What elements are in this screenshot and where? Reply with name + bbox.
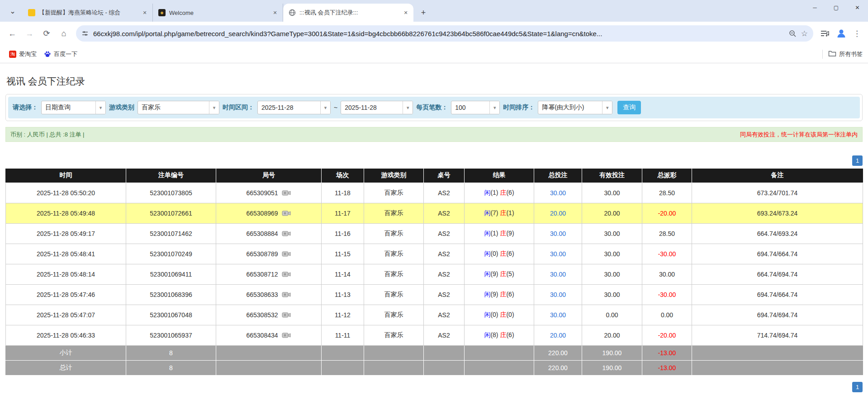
total-bet-link[interactable]: 30.00: [534, 284, 582, 305]
player-result: 闲: [484, 331, 490, 338]
taobao-icon: 淘: [9, 51, 16, 58]
chevron-down-icon: ▾: [602, 101, 612, 114]
note-warning-text: 同局有效投注，统一计算在该局第一张注单内: [740, 131, 858, 139]
total-bet-link[interactable]: 20.00: [534, 203, 582, 223]
video-camera-icon[interactable]: [282, 210, 291, 217]
cell-table-no: AS2: [424, 305, 465, 325]
browser-menu-icon[interactable]: ⋮: [853, 29, 861, 38]
chevron-down-icon: ⌄: [9, 7, 15, 15]
baidu-paw-icon: [44, 51, 51, 58]
reload-button[interactable]: ⟳: [39, 26, 54, 41]
tab-forum[interactable]: 【新提醒】海燕策略论坛 - 综合 ✕: [23, 4, 153, 22]
cell-result: 闲(1) 庄(6): [465, 183, 534, 203]
address-bar[interactable]: 66cxkj98.com/ipl/portal.php/game/betreco…: [76, 25, 813, 42]
video-camera-icon[interactable]: [282, 332, 291, 339]
page-title: 视讯 会员下注纪录: [6, 75, 863, 88]
minimize-button[interactable]: ─: [804, 0, 825, 15]
video-camera-icon[interactable]: [282, 291, 291, 298]
new-tab-button[interactable]: +: [417, 6, 430, 19]
total-bet-link[interactable]: 30.00: [534, 244, 582, 264]
date-to-select[interactable]: 2025-11-28 ▾: [341, 101, 413, 114]
date-from-value: 2025-11-28: [258, 101, 320, 114]
cell-bet-no: 523001072661: [126, 203, 216, 223]
bookmark-baidu[interactable]: 百度一下: [40, 48, 81, 60]
back-button[interactable]: ←: [5, 26, 20, 41]
total-bet-link[interactable]: 30.00: [534, 183, 582, 203]
sort-value: 降幂(由大到小): [538, 101, 602, 114]
total-bet-link[interactable]: 30.00: [534, 264, 582, 284]
video-camera-icon[interactable]: [282, 250, 291, 258]
page-number-button[interactable]: 1: [852, 155, 863, 166]
cell-game-type: 百家乐: [364, 264, 424, 284]
round-no-text: 665308789: [246, 250, 278, 258]
total-bet-link[interactable]: 30.00: [534, 305, 582, 325]
subtotal-payout: -13.00: [642, 345, 692, 360]
cell-valid-bet: 30.00: [582, 264, 642, 284]
total-payout: -13.00: [642, 360, 692, 375]
forum-favicon-icon: [28, 9, 35, 16]
bookmark-star-icon[interactable]: ☆: [801, 29, 808, 38]
toolbar-right-icons: ⋮: [818, 28, 863, 39]
date-from-select[interactable]: 2025-11-28 ▾: [257, 101, 331, 114]
per-page-select[interactable]: 100 ▾: [451, 101, 500, 114]
close-icon[interactable]: ✕: [141, 9, 149, 17]
table-row: 2025-11-28 05:47:07 523001067048 6653085…: [6, 305, 863, 325]
per-page-value: 100: [451, 101, 489, 114]
cell-time: 2025-11-28 05:50:20: [6, 183, 126, 203]
query-button[interactable]: 查询: [617, 101, 641, 114]
profile-avatar[interactable]: [836, 28, 847, 39]
cell-time: 2025-11-28 05:48:41: [6, 244, 126, 264]
url-text[interactable]: 66cxkj98.com/ipl/portal.php/game/betreco…: [93, 30, 784, 38]
cell-round-no: 665308532: [216, 305, 322, 325]
bookmark-taobao[interactable]: 淘 爱淘宝: [5, 48, 40, 60]
banker-result: 庄: [500, 331, 506, 338]
cell-valid-bet: 30.00: [582, 223, 642, 244]
table-row: 2025-11-28 05:47:46 523001068396 6653086…: [6, 284, 863, 305]
video-camera-icon[interactable]: [282, 271, 291, 278]
media-controls-icon[interactable]: [821, 30, 830, 37]
cell-note: 714.74/694.74: [692, 325, 863, 345]
cell-bet-no: 523001067048: [126, 305, 216, 325]
cell-note: 673.24/701.74: [692, 183, 863, 203]
player-result: 闲: [484, 250, 490, 257]
maximize-button[interactable]: ▢: [825, 0, 847, 15]
game-type-select[interactable]: 百家乐 ▾: [138, 101, 219, 114]
cell-result: 闲(0) 庄(0): [465, 305, 534, 325]
query-type-select[interactable]: 日期查询 ▾: [41, 101, 106, 114]
forward-button[interactable]: →: [22, 26, 37, 41]
video-camera-icon[interactable]: [282, 311, 291, 319]
query-type-value: 日期查询: [42, 101, 95, 114]
player-result: 闲: [484, 311, 490, 318]
close-icon[interactable]: ✕: [271, 9, 279, 17]
cell-session: 11-18: [322, 183, 364, 203]
tab-search-button[interactable]: ⌄: [4, 2, 22, 20]
bookmark-label: 爱淘宝: [19, 50, 37, 58]
cell-payout: -20.00: [642, 203, 692, 223]
sort-select[interactable]: 降幂(由大到小) ▾: [538, 101, 612, 114]
all-bookmarks-button[interactable]: 所有书签: [828, 50, 863, 58]
cell-time: 2025-11-28 05:47:46: [6, 284, 126, 305]
zoom-out-icon[interactable]: [789, 30, 797, 38]
tab-title: :::视讯 会员下注纪录:::: [299, 9, 398, 17]
cell-game-type: 百家乐: [364, 244, 424, 264]
page-number-button[interactable]: 1: [852, 382, 863, 392]
tab-bet-record[interactable]: :::视讯 会员下注纪录::: ✕: [283, 4, 413, 22]
close-icon[interactable]: ✕: [402, 9, 410, 17]
cell-bet-no: 523001069411: [126, 264, 216, 284]
window-close-button[interactable]: ✕: [847, 0, 868, 15]
subtotal-row: 小计 8 220.00 190.00 -13.00: [6, 345, 863, 360]
video-camera-icon[interactable]: [282, 189, 291, 197]
total-bet-link[interactable]: 20.00: [534, 325, 582, 345]
tab-welcome[interactable]: ◆ Welcome ✕: [153, 4, 283, 22]
total-bet-link[interactable]: 30.00: [534, 223, 582, 244]
table-row: 2025-11-28 05:48:14 523001069411 6653087…: [6, 264, 863, 284]
chevron-down-icon: ▾: [95, 101, 105, 114]
col-session: 场次: [322, 169, 364, 183]
site-settings-icon[interactable]: [81, 30, 89, 37]
video-camera-icon[interactable]: [282, 230, 291, 237]
cell-table-no: AS2: [424, 284, 465, 305]
total-count: 8: [126, 360, 216, 375]
per-page-label: 每页笔数：: [416, 103, 448, 112]
cell-result: 闲(9) 庄(6): [465, 284, 534, 305]
home-button[interactable]: ⌂: [56, 26, 71, 41]
